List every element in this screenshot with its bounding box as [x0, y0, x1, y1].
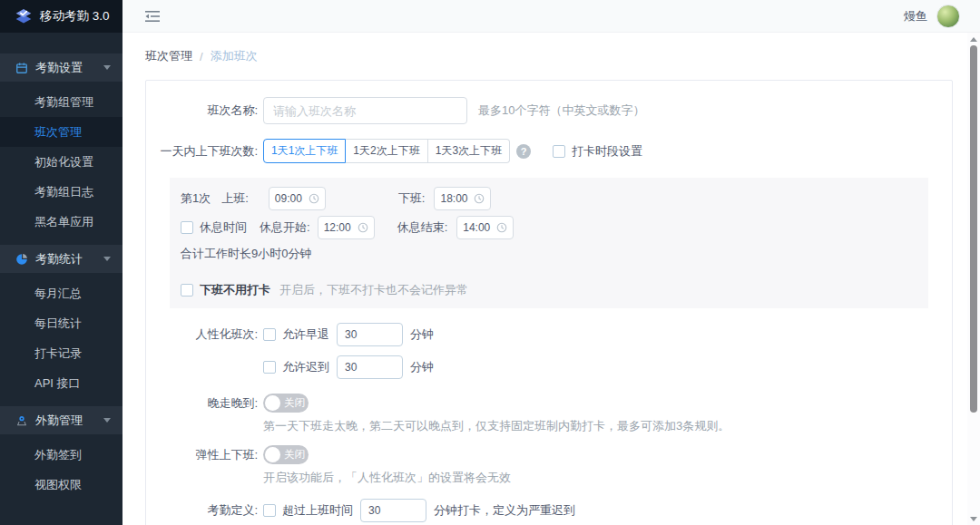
app-window: 移动考勤 3.0 考勤设置 考勤组管理 班次管理 初始化设置 考勤组日志 黑名单…	[0, 0, 980, 525]
shift-name-hint: 最多10个字符（中英文或数字）	[478, 102, 644, 119]
vertical-scrollbar[interactable]	[967, 33, 980, 525]
rest-end-label: 休息结束:	[397, 219, 448, 236]
scrollbar-down-arrow[interactable]	[970, 517, 977, 521]
sidebar-item-attendance-group-mgmt[interactable]: 考勤组管理	[0, 87, 122, 117]
clock-icon	[496, 222, 507, 233]
sidebar-group-label: 考勤统计	[35, 251, 83, 267]
breadcrumb-shift-mgmt[interactable]: 班次管理	[145, 48, 192, 64]
submenu-attendance-settings: 考勤组管理 班次管理 初始化设置 考勤组日志 黑名单应用	[0, 82, 122, 242]
rest-end-time-input[interactable]: 14:00	[456, 216, 514, 239]
shift-count-option-2[interactable]: 1天2次上下班	[346, 139, 427, 163]
clock-icon	[474, 193, 485, 204]
sidebar: 移动考勤 3.0 考勤设置 考勤组管理 班次管理 初始化设置 考勤组日志 黑名单…	[0, 0, 122, 525]
breadcrumb-separator: /	[200, 50, 203, 63]
add-shift-form-panel: 班次名称: 最多10个字符（中英文或数字） 一天内上下班次数: 1天1次上下班 …	[145, 80, 953, 525]
rest-time-label: 休息时间	[200, 219, 247, 236]
rest-time-checkbox[interactable]	[181, 221, 193, 234]
user-area: 熳鱼	[904, 5, 960, 28]
shift-period-box: 第1次 上班: 09:00 下班: 18:00	[170, 178, 928, 308]
sidebar-item-punch-records[interactable]: 打卡记录	[0, 338, 122, 368]
allow-late-arrive-checkbox[interactable]	[263, 361, 276, 374]
app-logo-icon	[15, 7, 33, 25]
scrollbar-thumb[interactable]	[970, 45, 977, 413]
work-start-label: 上班:	[221, 190, 249, 207]
rest-time-row: 休息时间 休息开始: 12:00 休息结束: 14:00	[181, 216, 917, 239]
shift-name-input[interactable]	[263, 97, 467, 124]
sidebar-group-label: 考勤设置	[35, 60, 83, 76]
sidebar-item-daily-stats[interactable]: 每日统计	[0, 308, 122, 338]
flexible-toggle[interactable]: 关闭	[263, 445, 309, 464]
sidebar-item-api[interactable]: API 接口	[0, 368, 122, 398]
submenu-field-mgmt: 外勤签到 视图权限	[0, 434, 122, 505]
work-start-time-input[interactable]: 09:00	[269, 187, 326, 210]
app-logo: 移动考勤 3.0	[0, 0, 122, 33]
avatar[interactable]	[936, 5, 960, 28]
breadcrumb-add-shift: 添加班次	[211, 48, 258, 64]
severe-late-checkbox[interactable]	[263, 504, 276, 517]
allow-early-leave-label: 允许早退	[282, 326, 329, 343]
sidebar-group-attendance-settings[interactable]: 考勤设置	[0, 53, 122, 82]
early-leave-unit: 分钟	[410, 326, 434, 343]
breadcrumb: 班次管理 / 添加班次	[145, 48, 980, 64]
work-end-label: 下班:	[398, 190, 426, 207]
attendance-definition-row: 考勤定义: 超过上班时间 分钟打卡，定义为严重迟到	[146, 499, 952, 522]
no-punch-off-label: 下班不用打卡	[200, 282, 270, 298]
sidebar-group-field-mgmt[interactable]: 外勤管理	[0, 406, 122, 434]
menu-fold-icon[interactable]	[145, 10, 160, 23]
flexible-toggle-state: 关闭	[284, 448, 305, 462]
chevron-down-icon	[103, 418, 111, 423]
punch-period-checkbox[interactable]	[553, 145, 565, 158]
no-punch-off-desc: 开启后，下班不打卡也不会记作异常	[279, 282, 468, 298]
calendar-icon	[15, 61, 29, 75]
late-leave-row: 晚走晚到: 关闭	[146, 394, 952, 413]
rest-start-label: 休息开始:	[260, 219, 310, 236]
no-punch-off-checkbox[interactable]	[181, 284, 193, 297]
sidebar-item-blacklist-app[interactable]: 黑名单应用	[0, 207, 122, 237]
shift-count-option-3[interactable]: 1天3次上下班	[428, 139, 510, 163]
severe-late-minutes-input[interactable]	[360, 499, 426, 522]
sidebar-group-attendance-stats[interactable]: 考勤统计	[0, 245, 122, 273]
sidebar-item-view-permission[interactable]: 视图权限	[0, 470, 122, 500]
chevron-down-icon	[103, 65, 111, 70]
submenu-attendance-stats: 每月汇总 每日统计 打卡记录 API 接口	[0, 273, 122, 403]
sidebar-item-field-checkin[interactable]: 外勤签到	[0, 440, 122, 470]
early-leave-minutes-input[interactable]	[337, 323, 403, 346]
shift-count-row: 一天内上下班次数: 1天1次上下班 1天2次上下班 1天3次上下班 ? 打卡时段…	[146, 139, 952, 163]
punch-period-label: 打卡时段设置	[572, 143, 642, 160]
scrollbar-up-arrow[interactable]	[970, 37, 977, 42]
late-leave-desc: 第一天下班走太晚，第二天可以晚点到，仅支持固定班制内勤打卡，最多可添加3条规则。	[263, 418, 730, 434]
work-end-time-input[interactable]: 18:00	[434, 187, 491, 210]
humanized-label: 人性化班次:	[146, 326, 258, 343]
late-arrive-minutes-input[interactable]	[337, 355, 403, 379]
shift-name-row: 班次名称: 最多10个字符（中英文或数字）	[146, 97, 952, 124]
clock-icon	[309, 193, 319, 204]
page-content: 班次管理 / 添加班次 班次名称: 最多10个字符（中英文或数字） 一天内上下班…	[122, 33, 980, 525]
sidebar-item-init-settings[interactable]: 初始化设置	[0, 147, 122, 177]
work-time-row: 第1次 上班: 09:00 下班: 18:00	[181, 187, 917, 210]
sidebar-item-group-log[interactable]: 考勤组日志	[0, 177, 122, 207]
shift-count-label: 一天内上下班次数:	[146, 143, 258, 160]
allow-late-arrive-label: 允许迟到	[282, 359, 329, 375]
shift-name-label: 班次名称:	[146, 102, 258, 119]
late-leave-toggle[interactable]: 关闭	[263, 394, 309, 413]
chevron-down-icon	[103, 257, 111, 261]
sidebar-item-shift-mgmt[interactable]: 班次管理	[0, 117, 122, 147]
flexible-row: 弹性上下班: 关闭	[146, 445, 952, 464]
top-header: 熳鱼	[122, 0, 980, 33]
late-arrive-unit: 分钟	[410, 359, 434, 375]
sidebar-item-monthly-summary[interactable]: 每月汇总	[0, 278, 122, 308]
late-leave-toggle-state: 关闭	[284, 396, 305, 410]
no-punch-off-row: 下班不用打卡 开启后，下班不打卡也不会记作异常	[181, 282, 917, 298]
period-sequence: 第1次	[181, 190, 211, 207]
app-title: 移动考勤 3.0	[40, 8, 110, 24]
severe-late-suffix: 分钟打卡，定义为严重迟到	[434, 502, 575, 519]
rest-start-time-input[interactable]: 12:00	[318, 216, 375, 239]
allow-early-leave-checkbox[interactable]	[263, 328, 276, 341]
flexible-label: 弹性上下班:	[146, 447, 258, 463]
total-work-hours-text: 合计工作时长9小时0分钟	[181, 246, 917, 262]
shift-count-option-1[interactable]: 1天1次上下班	[263, 139, 346, 163]
flexible-desc-row: 开启该功能后，「人性化班次」的设置将会无效	[146, 470, 952, 486]
clock-icon	[358, 222, 368, 233]
main-area: 熳鱼 班次管理 / 添加班次 班次名称: 最多10个字符（中英文或数字）	[122, 0, 980, 525]
help-icon[interactable]: ?	[516, 144, 531, 159]
